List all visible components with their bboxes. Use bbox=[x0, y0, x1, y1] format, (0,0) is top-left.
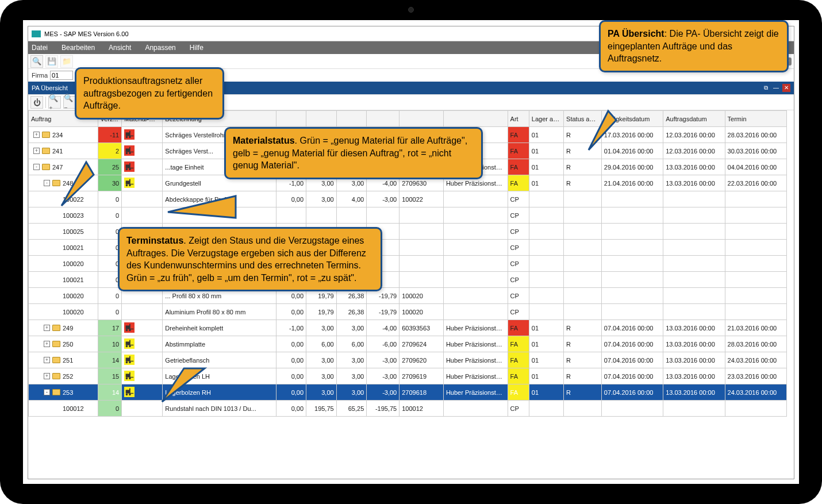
cell-c2: 3,00 bbox=[306, 191, 337, 207]
svg-rect-35 bbox=[126, 374, 129, 377]
table-row[interactable]: +24917Dreheinheit komplett-1,003,003,00-… bbox=[29, 320, 787, 336]
verzug-cell: 0 bbox=[98, 191, 122, 207]
verzug-cell: 10 bbox=[98, 336, 122, 352]
table-row[interactable]: 1000200Aluminium Profil 80 x 80 mm0,0019… bbox=[29, 304, 787, 320]
tree-expand-icon[interactable]: + bbox=[44, 373, 50, 379]
horizontal-scrollbar[interactable] bbox=[28, 470, 794, 479]
table-row[interactable]: 1000220Abdeckkappe für Profil0,003,004,0… bbox=[29, 191, 787, 207]
column-header[interactable] bbox=[400, 111, 444, 127]
table-row[interactable]: 1000230CP bbox=[29, 207, 787, 224]
column-header[interactable]: Lager aus ... bbox=[529, 111, 563, 127]
tab-min-icon[interactable]: — bbox=[772, 84, 780, 92]
cell-term: 23.03.2016 00:00 bbox=[725, 368, 786, 384]
cell-adat: 13.03.2016 00:00 bbox=[663, 320, 725, 336]
cell-adat bbox=[663, 256, 725, 272]
table-row[interactable]: +25010Abstimmplatte0,006,006,00-6,002709… bbox=[29, 336, 787, 352]
tab-close-icon[interactable]: ✕ bbox=[782, 84, 790, 92]
tree-expand-icon[interactable]: + bbox=[33, 132, 40, 138]
cell-lager: 01 bbox=[529, 320, 563, 336]
cell-adat bbox=[663, 240, 725, 256]
cell-c6 bbox=[443, 191, 508, 207]
table-row[interactable]: +25215Lagerbolzen LH0,003,003,00-3,00270… bbox=[29, 368, 787, 384]
firma-input[interactable] bbox=[50, 71, 73, 80]
cell-c6 bbox=[443, 256, 508, 272]
material-status-cell bbox=[122, 191, 163, 207]
cell-c6 bbox=[443, 224, 508, 240]
cell-term bbox=[725, 272, 786, 288]
cell-status: R bbox=[564, 384, 602, 401]
tree-expand-icon[interactable]: - bbox=[44, 180, 50, 186]
cell-c5: 2709618 bbox=[400, 384, 444, 401]
menu-datei[interactable]: Datei bbox=[32, 44, 48, 52]
tree-expand-icon[interactable]: - bbox=[44, 389, 50, 395]
cell-status: R bbox=[564, 336, 602, 352]
zoom-in-icon[interactable]: 🔍₊ bbox=[48, 96, 61, 109]
cell-c6: Huber Präzisionsteile bbox=[443, 336, 508, 352]
svg-rect-22 bbox=[130, 328, 133, 329]
cell-term bbox=[725, 256, 786, 272]
tree-expand-icon[interactable]: + bbox=[44, 357, 50, 363]
cell-c4: -3,00 bbox=[367, 352, 400, 368]
forklift-icon bbox=[124, 322, 135, 333]
firma-label: Firma bbox=[32, 72, 48, 79]
table-row[interactable]: +25114Getriebeflansch0,003,003,00-3,0027… bbox=[29, 352, 787, 368]
cell-c6: Huber Präzisionsteile bbox=[443, 352, 508, 368]
zoom-out-icon[interactable]: 🔍₋ bbox=[63, 96, 76, 109]
cell-lager bbox=[529, 401, 563, 417]
search-icon[interactable]: 🔍 bbox=[30, 55, 43, 68]
column-header[interactable] bbox=[276, 111, 306, 127]
menu-hilfe[interactable]: Hilfe bbox=[190, 44, 203, 52]
svg-point-9 bbox=[129, 152, 131, 154]
svg-point-29 bbox=[129, 345, 131, 347]
column-header[interactable] bbox=[306, 111, 337, 127]
cell-c2 bbox=[306, 207, 337, 224]
folder-icon bbox=[52, 180, 60, 186]
cell-art: FA bbox=[508, 143, 529, 159]
svg-point-38 bbox=[126, 377, 128, 379]
cell-lager: 01 bbox=[529, 127, 563, 143]
column-header[interactable]: Termin bbox=[725, 111, 786, 127]
forklift-icon bbox=[124, 371, 135, 381]
cell-c1: 0,00 bbox=[276, 368, 306, 384]
tree-expand-icon[interactable]: + bbox=[33, 148, 40, 154]
column-header[interactable] bbox=[336, 111, 367, 127]
material-status-cell bbox=[122, 304, 163, 320]
svg-point-14 bbox=[129, 168, 131, 170]
cell-bez: Aluminium Profil 80 x 80 mm bbox=[163, 304, 276, 320]
order-id: 241 bbox=[52, 148, 63, 155]
menu-ansicht[interactable]: Ansicht bbox=[109, 44, 131, 52]
cell-art: FA bbox=[508, 159, 529, 175]
menu-anpassen[interactable]: Anpassen bbox=[145, 44, 175, 52]
column-header[interactable]: Auftragsdatum bbox=[663, 111, 725, 127]
cell-c4: -195,75 bbox=[367, 401, 400, 417]
column-header[interactable] bbox=[443, 111, 508, 127]
verzug-cell: 0 bbox=[98, 304, 122, 320]
order-id: 251 bbox=[63, 357, 73, 364]
cell-status bbox=[564, 401, 602, 417]
material-status-cell bbox=[122, 401, 163, 417]
cell-lager: 01 bbox=[529, 384, 563, 401]
tree-expand-icon[interactable]: + bbox=[44, 325, 50, 331]
table-row[interactable]: -25314Lagerbolzen RH0,003,003,00-3,00270… bbox=[29, 384, 787, 401]
cell-c2: 3,00 bbox=[306, 384, 337, 401]
cell-c6: Huber Präzisionsteile bbox=[443, 368, 508, 384]
column-header[interactable] bbox=[367, 111, 400, 127]
material-status-cell bbox=[122, 143, 163, 159]
tab-popout-icon[interactable]: ⧉ bbox=[762, 84, 770, 92]
power-icon[interactable]: ⏻ bbox=[30, 96, 43, 109]
tree-expand-icon[interactable]: + bbox=[44, 341, 50, 347]
material-status-cell bbox=[122, 159, 163, 175]
table-row[interactable]: 1000120Rundstahl nach DIN 1013 / Du...0,… bbox=[29, 401, 787, 417]
svg-rect-32 bbox=[130, 360, 133, 361]
verzug-cell: 0 bbox=[98, 401, 122, 417]
svg-point-24 bbox=[129, 329, 131, 331]
tree-expand-icon[interactable]: - bbox=[33, 164, 40, 170]
cell-lager bbox=[529, 240, 563, 256]
column-header[interactable]: Art bbox=[508, 111, 529, 127]
menu-bearbeiten[interactable]: Bearbeiten bbox=[62, 44, 95, 52]
folder-icon bbox=[42, 132, 50, 138]
cell-art: CP bbox=[508, 224, 529, 240]
cell-c5 bbox=[400, 272, 444, 288]
cell-c5: 2709619 bbox=[400, 368, 444, 384]
cell-c3: 6,00 bbox=[336, 336, 367, 352]
